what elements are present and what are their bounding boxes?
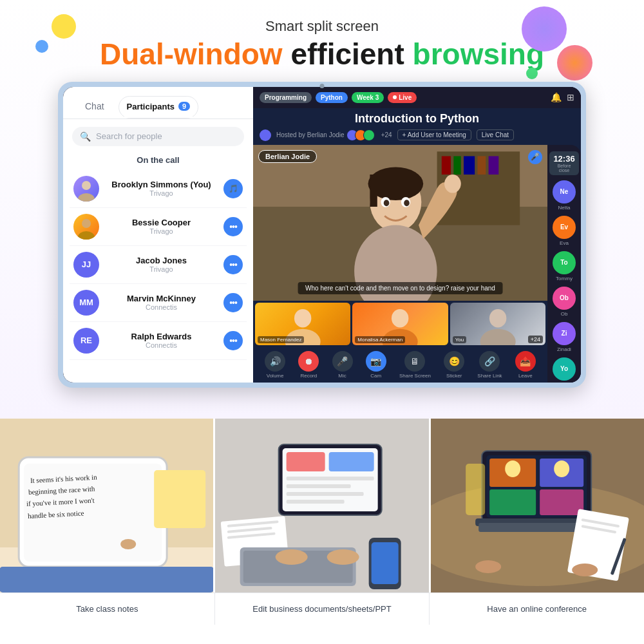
mic-icon: 🎤	[332, 351, 353, 372]
deco-gradient-circle-tl	[522, 6, 567, 52]
tab-participants-label: Participants	[127, 102, 175, 111]
avatar-sm	[363, 129, 375, 141]
volume-control[interactable]: 🔊 Volume	[265, 351, 285, 379]
svg-rect-37	[154, 470, 205, 528]
add-user-button[interactable]: + Add User to Meeting	[397, 129, 471, 140]
participant-org: Connectis	[106, 341, 217, 349]
svg-rect-64	[540, 489, 583, 515]
sticker-icon: 😊	[444, 351, 464, 372]
svg-rect-8	[453, 156, 460, 175]
sidebar-name: Ob	[561, 311, 568, 317]
tag-python: Python	[316, 92, 348, 103]
deco-green-circle	[526, 68, 538, 79]
cam-label: Cam	[370, 373, 381, 379]
host-avatar	[260, 129, 271, 141]
share-link-label: Share Link	[477, 373, 502, 379]
camera-dot	[320, 84, 325, 88]
sidebar-participant: Ne Netta	[553, 180, 576, 211]
grid-icon[interactable]: ⊞	[567, 92, 574, 102]
participant-org: Trivago	[106, 189, 217, 197]
mic-indicator: 🎤	[528, 150, 542, 164]
svg-point-23	[392, 309, 408, 328]
sidebar-participant: Zi Zinadi	[553, 322, 576, 352]
avatars-stack	[350, 129, 375, 141]
svg-point-26	[480, 329, 515, 345]
caption-notes: Take class notes	[0, 593, 214, 625]
svg-point-2	[82, 219, 91, 228]
participant-info: Jacob Jones Trivago	[106, 256, 217, 273]
title-black: efficient	[283, 37, 413, 71]
sidebar-avatar: Ob	[553, 287, 576, 310]
tablet-outer: Chat Participants 9 🔍 Search for people …	[58, 82, 586, 388]
sidebar-avatar: To	[553, 251, 576, 274]
list-item: Brooklyn Simmons (You) Trivago 🎵	[70, 170, 247, 208]
share-link-control[interactable]: 🔗 Share Link	[477, 351, 502, 379]
video-person	[253, 145, 547, 301]
more-options-button[interactable]: •••	[223, 293, 243, 312]
screen-share-label: Share Screen	[399, 373, 431, 379]
tab-participants[interactable]: Participants 9	[118, 96, 199, 118]
sidebar-participant: Ob Ob	[553, 287, 576, 317]
list-item: Bessie Cooper Trivago •••	[70, 208, 247, 246]
list-item: MM Marvin McKinney Connectis •••	[70, 284, 247, 322]
caption-conference: Have an online conference	[429, 593, 644, 625]
participant-org: Trivago	[106, 265, 217, 273]
thumb-1: Mason Fernandez	[255, 303, 350, 345]
participant-org: Connectis	[106, 303, 217, 311]
svg-rect-7	[442, 156, 451, 175]
tab-chat[interactable]: Chat	[73, 96, 116, 118]
sidebar-name: Zinadi	[557, 346, 571, 352]
caption-docs: Edit business documents/sheets/PPT	[214, 593, 430, 625]
record-label: Record	[300, 373, 317, 379]
participant-info: Brooklyn Simmons (You) Trivago	[106, 180, 217, 197]
svg-rect-48	[329, 452, 374, 471]
mic-button[interactable]: 🎵	[223, 179, 243, 198]
participant-name: Ralph Edwards	[106, 332, 217, 341]
volume-label: Volume	[267, 373, 284, 379]
on-the-call-label: On the call	[63, 151, 253, 170]
bell-icon[interactable]: 🔔	[551, 92, 562, 102]
deco-yellow-circle	[52, 14, 76, 39]
avatar	[73, 214, 99, 240]
svg-point-17	[384, 200, 390, 206]
cam-control[interactable]: 📷 Cam	[366, 351, 386, 379]
live-chat-button[interactable]: Live Chat	[477, 129, 514, 140]
more-options-button[interactable]: •••	[223, 331, 243, 350]
svg-rect-47	[287, 452, 325, 471]
speaker-label: Berlian Jodie	[258, 150, 317, 163]
hosted-by: Hosted by Berlian Jodie	[276, 131, 345, 138]
svg-point-0	[82, 181, 91, 190]
sidebar-avatar: Ev	[553, 216, 576, 239]
svg-rect-9	[464, 156, 475, 175]
title-orange: Dual-window	[100, 37, 283, 71]
sidebar-participant: Ev Eva	[553, 216, 576, 246]
more-options-button[interactable]: •••	[223, 255, 243, 274]
svg-point-53	[276, 549, 308, 565]
record-control[interactable]: ⏺ Record	[298, 351, 319, 379]
participant-name: Marvin McKinney	[106, 294, 217, 303]
sticker-control[interactable]: 😊 Sticker	[444, 351, 464, 379]
participant-name: Jacob Jones	[106, 256, 217, 265]
tabs-row: Chat Participants 9	[63, 87, 253, 119]
search-box[interactable]: 🔍 Search for people	[72, 127, 244, 146]
svg-point-20	[444, 175, 461, 193]
mic-control[interactable]: 🎤 Mic	[332, 351, 353, 379]
participant-name: Brooklyn Simmons (You)	[106, 180, 217, 189]
time-sub: Before close	[553, 164, 574, 173]
more-options-button[interactable]: •••	[223, 217, 243, 236]
svg-rect-56	[372, 542, 399, 584]
leave-control[interactable]: 📤 Leave	[515, 351, 536, 379]
top-bar: Programming Python Week 3 Live 🔔 ⊞	[253, 87, 581, 108]
screen-share-control[interactable]: 🖥 Share Screen	[399, 351, 431, 379]
participant-count-badge: 9	[178, 102, 190, 111]
deco-gradient-circle-br	[557, 45, 592, 80]
participant-info: Bessie Cooper Trivago	[106, 218, 217, 235]
avatar: MM	[73, 290, 99, 316]
photos-row: It seems it's his work in beginning the …	[0, 419, 644, 592]
meeting-meta: Hosted by Berlian Jodie +24 + Add User t…	[253, 128, 581, 145]
sidebar-name: Tommy	[556, 276, 573, 281]
participant-info: Ralph Edwards Connectis	[106, 332, 217, 349]
list-item: RE Ralph Edwards Connectis •••	[70, 322, 247, 360]
main-video: Berlian Jodie 🎤 Who here can't code and …	[253, 145, 547, 301]
sidebar-avatar: Zi	[553, 322, 576, 345]
